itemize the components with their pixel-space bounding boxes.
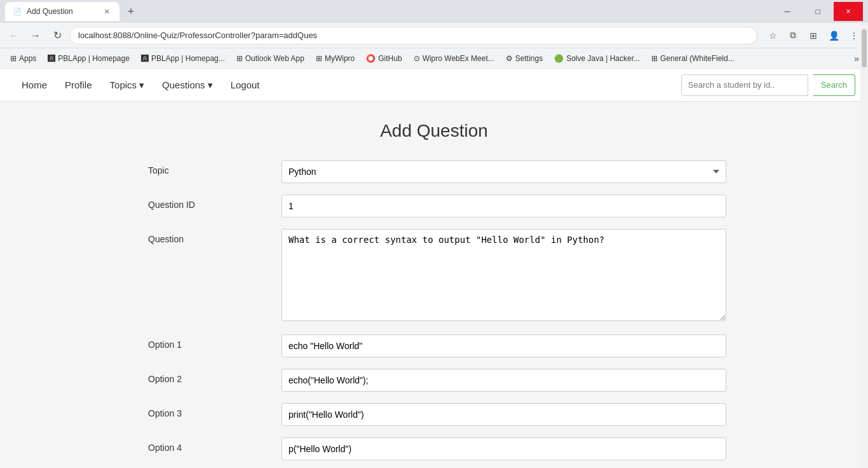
minimize-button[interactable]: ─: [773, 2, 802, 21]
app-navbar: Home Profile Topics ▾ Questions ▾ Logout…: [0, 69, 868, 102]
topics-chevron-icon: ▾: [139, 79, 144, 91]
option3-input[interactable]: [281, 403, 726, 426]
topic-row: Topic Python Java C++ JavaScript: [142, 160, 726, 183]
bookmark-mywipro[interactable]: ⊞ MyWipro: [311, 53, 360, 64]
question-id-input[interactable]: [281, 195, 726, 217]
github-icon: ⭕: [366, 54, 376, 63]
bookmark-general[interactable]: ⊞ General (WhiteField...: [646, 53, 740, 64]
search-button[interactable]: Search: [813, 74, 855, 96]
option3-label: Option 3: [142, 403, 281, 418]
option1-input[interactable]: [281, 334, 726, 357]
scrollbar-thumb[interactable]: [862, 29, 867, 67]
main-content: Add Question Topic Python Java C++ JavaS…: [0, 102, 868, 468]
bookmarks-bar: ⊞ Apps 🅰 PBLApp | Homepage 🅰 PBLApp | Ho…: [0, 48, 868, 69]
mywipro-icon: ⊞: [316, 54, 322, 63]
bookmark-pblapp2[interactable]: 🅰 PBLApp | Homepag...: [136, 53, 230, 64]
option4-field: [281, 437, 726, 460]
pblapp1-icon: 🅰: [48, 54, 55, 63]
bookmark-apps[interactable]: ⊞ Apps: [5, 53, 41, 64]
question-id-field: [281, 195, 726, 217]
topic-label: Topic: [142, 160, 281, 176]
question-id-label: Question ID: [142, 195, 281, 210]
topic-field: Python Java C++ JavaScript: [281, 160, 726, 183]
tab-title: Add Question: [27, 7, 73, 16]
bookmark-outlook[interactable]: ⊞ Outlook Web App: [231, 53, 309, 64]
nav-topics[interactable]: Topics ▾: [101, 69, 154, 102]
topic-select[interactable]: Python Java C++ JavaScript: [281, 160, 726, 183]
nav-questions[interactable]: Questions ▾: [153, 69, 222, 102]
tab-close-button[interactable]: ×: [102, 6, 112, 17]
bookmark-settings[interactable]: ⚙ Settings: [501, 53, 548, 64]
screenshot-icon[interactable]: ⧉: [784, 27, 802, 45]
bookmark-pblapp1-label: PBLApp | Homepage: [58, 54, 130, 63]
nav-home[interactable]: Home: [13, 69, 56, 102]
bookmark-solvejava-label: Solve Java | Hacker...: [566, 54, 640, 63]
address-bar-area: ← → ↻ localhost:8088/Online-Quiz/Profess…: [0, 23, 868, 48]
question-row: Question: [142, 229, 726, 323]
nav-profile[interactable]: Profile: [56, 69, 101, 102]
add-question-form: Topic Python Java C++ JavaScript Questio…: [142, 160, 726, 468]
profile-icon[interactable]: 👤: [825, 27, 843, 45]
option3-field: [281, 403, 726, 426]
solvejava-icon: 🟢: [554, 54, 564, 63]
nav-logout[interactable]: Logout: [222, 69, 269, 102]
general-icon: ⊞: [651, 54, 658, 63]
bookmark-pblapp1[interactable]: 🅰 PBLApp | Homepage: [43, 53, 135, 64]
question-field: [281, 229, 726, 323]
page-title: Add Question: [13, 121, 855, 141]
close-button[interactable]: ×: [834, 2, 863, 21]
apps-grid-icon: ⊞: [10, 54, 17, 63]
scrollbar-track[interactable]: [860, 23, 868, 468]
bookmark-apps-label: Apps: [19, 54, 36, 63]
bookmark-settings-label: Settings: [515, 54, 543, 63]
option2-label: Option 2: [142, 369, 281, 384]
bookmark-solvejava[interactable]: 🟢 Solve Java | Hacker...: [549, 53, 645, 64]
option1-label: Option 1: [142, 334, 281, 350]
bookmark-mywipro-label: MyWipro: [325, 54, 355, 63]
questions-chevron-icon: ▾: [208, 79, 213, 91]
pblapp2-icon: 🅰: [141, 54, 149, 63]
option1-field: [281, 334, 726, 357]
reload-button[interactable]: ↻: [48, 27, 66, 45]
maximize-button[interactable]: □: [803, 2, 832, 21]
option4-row: Option 4: [142, 437, 726, 460]
browser-tab[interactable]: 📄 Add Question ×: [5, 2, 119, 21]
bookmark-general-label: General (WhiteField...: [660, 54, 735, 63]
question-textarea[interactable]: [281, 229, 726, 321]
address-bar-icons: ☆ ⧉ ⊞ 👤 ⋮: [764, 27, 863, 45]
outlook-icon: ⊞: [236, 54, 243, 63]
bookmark-outlook-label: Outlook Web App: [245, 54, 304, 63]
back-button[interactable]: ←: [5, 27, 23, 45]
question-label: Question: [142, 229, 281, 244]
option3-row: Option 3: [142, 403, 726, 426]
option4-label: Option 4: [142, 437, 281, 453]
bookmark-pblapp2-label: PBLApp | Homepag...: [151, 54, 225, 63]
url-bar[interactable]: localhost:8088/Online-Quiz/ProfessorCont…: [70, 27, 757, 45]
option4-input[interactable]: [281, 437, 726, 460]
settings-gear-icon: ⚙: [506, 54, 513, 63]
window-controls: ─ □ ×: [773, 2, 863, 21]
option2-field: [281, 369, 726, 392]
url-text: localhost:8088/Online-Quiz/ProfessorCont…: [78, 31, 317, 40]
windows-icon[interactable]: ⊞: [804, 27, 822, 45]
bookmark-github-label: GitHub: [378, 54, 402, 63]
browser-titlebar: 📄 Add Question × + ─ □ ×: [0, 0, 868, 23]
new-tab-button[interactable]: +: [122, 3, 140, 20]
search-area: Search: [681, 74, 855, 96]
bookmark-github[interactable]: ⭕ GitHub: [361, 53, 407, 64]
option1-row: Option 1: [142, 334, 726, 357]
bookmark-star-icon[interactable]: ☆: [764, 27, 782, 45]
search-input[interactable]: [681, 74, 808, 96]
option2-input[interactable]: [281, 369, 726, 392]
tab-page-icon: 📄: [13, 8, 22, 16]
option2-row: Option 2: [142, 369, 726, 392]
bookmark-wipro-label: Wipro WebEx Meet...: [423, 54, 494, 63]
bookmark-wipro[interactable]: ⊙ Wipro WebEx Meet...: [409, 53, 499, 64]
wipro-icon: ⊙: [414, 54, 420, 63]
question-id-row: Question ID: [142, 195, 726, 217]
forward-button[interactable]: →: [27, 27, 44, 45]
